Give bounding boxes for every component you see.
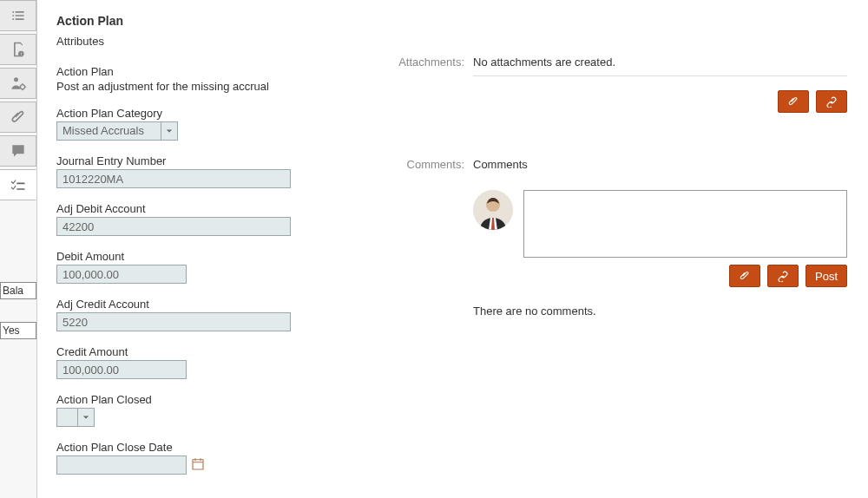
post-comment-button[interactable]: Post xyxy=(806,265,847,287)
category-field: Action Plan Category Missed Accruals xyxy=(56,107,352,141)
adj-debit-field: Adj Debit Account 42200 xyxy=(56,202,352,236)
category-dropdown-button[interactable] xyxy=(161,121,178,141)
right-column: Attachments: No attachments are created. xyxy=(386,35,847,488)
closed-dropdown-button[interactable] xyxy=(77,408,95,427)
background-label-yes: Yes xyxy=(0,322,36,339)
attachments-button-bar xyxy=(473,90,847,113)
tab-action-plan[interactable] xyxy=(0,169,36,200)
credit-amount-label: Credit Amount xyxy=(56,345,352,358)
chevron-down-icon xyxy=(82,414,89,421)
svg-point-3 xyxy=(20,85,24,89)
action-plan-page: i Bala Yes Action Plan Attributes Action… xyxy=(0,0,868,498)
comment-attach-file-button[interactable] xyxy=(729,265,760,287)
chevron-down-icon xyxy=(166,128,173,134)
tab-attachments[interactable] xyxy=(0,102,36,133)
comments-label: Comments: xyxy=(386,158,473,171)
svg-point-2 xyxy=(14,77,18,82)
close-date-label: Action Plan Close Date xyxy=(56,441,352,454)
adj-credit-field: Adj Credit Account 5220 xyxy=(56,298,352,331)
comment-editor xyxy=(473,190,847,258)
close-date-input[interactable] xyxy=(56,455,187,475)
tab-user-settings[interactable] xyxy=(0,68,36,99)
attachments-label: Attachments: xyxy=(386,56,473,69)
tab-list[interactable] xyxy=(0,0,36,31)
checklist-icon xyxy=(10,176,27,193)
speech-bubble-icon xyxy=(10,142,27,160)
category-value: Missed Accruals xyxy=(56,121,161,141)
attributes-subtitle: Attributes xyxy=(56,35,352,48)
tab-info[interactable]: i xyxy=(0,34,36,65)
left-tab-strip: i Bala Yes xyxy=(0,0,37,498)
action-plan-description: Post an adjustment for the missing accru… xyxy=(56,80,352,93)
avatar xyxy=(473,190,513,230)
paperclip-icon xyxy=(10,108,27,126)
list-icon xyxy=(10,7,27,24)
credit-amount-input[interactable]: 100,000.00 xyxy=(56,360,187,379)
paperclip-icon xyxy=(739,270,751,282)
attachments-empty-text: No attachments are created. xyxy=(473,56,847,76)
user-gear-icon xyxy=(10,75,27,92)
adj-debit-input[interactable]: 42200 xyxy=(56,217,291,236)
closed-select[interactable] xyxy=(56,408,95,427)
avatar-person-icon xyxy=(473,190,513,230)
journal-input[interactable]: 1012220MA xyxy=(56,169,291,188)
category-label: Action Plan Category xyxy=(56,107,352,120)
background-dropdown-overlap: Bala Yes xyxy=(0,282,36,362)
comments-heading: Comments xyxy=(473,158,847,176)
attachments-section: Attachments: No attachments are created. xyxy=(386,56,847,113)
adj-credit-label: Adj Credit Account xyxy=(56,298,352,311)
comments-section: Comments: Comments xyxy=(386,158,847,318)
attributes-column: Attributes Action Plan Post an adjustmen… xyxy=(56,35,352,488)
journal-label: Journal Entry Number xyxy=(56,154,352,167)
category-select[interactable]: Missed Accruals xyxy=(56,121,178,141)
comment-attach-link-button[interactable] xyxy=(767,265,799,287)
journal-field: Journal Entry Number 1012220MA xyxy=(56,154,352,188)
svg-text:i: i xyxy=(20,51,21,56)
main-panel: Action Plan Attributes Action Plan Post … xyxy=(37,0,868,498)
tab-comments[interactable] xyxy=(0,135,36,167)
attach-file-button[interactable] xyxy=(778,90,809,113)
credit-amount-field: Credit Amount 100,000.00 xyxy=(56,345,352,379)
background-label-balance: Bala xyxy=(0,282,36,299)
link-icon xyxy=(777,270,789,282)
section-title: Action Plan xyxy=(56,14,847,28)
action-plan-label: Action Plan xyxy=(56,65,352,78)
document-info-icon: i xyxy=(10,41,27,58)
action-plan-field: Action Plan Post an adjustment for the m… xyxy=(56,65,352,93)
paperclip-icon xyxy=(787,95,799,108)
comments-empty-text: There are no comments. xyxy=(473,305,847,318)
calendar-icon[interactable] xyxy=(190,456,206,475)
close-date-field: Action Plan Close Date xyxy=(56,441,352,475)
debit-amount-label: Debit Amount xyxy=(56,250,352,263)
adj-debit-label: Adj Debit Account xyxy=(56,202,352,215)
link-icon xyxy=(825,95,838,108)
debit-amount-input[interactable]: 100,000.00 xyxy=(56,265,187,284)
closed-label: Action Plan Closed xyxy=(56,393,352,406)
attach-link-button[interactable] xyxy=(816,90,847,113)
closed-value xyxy=(56,408,77,427)
closed-field: Action Plan Closed xyxy=(56,393,352,427)
comment-textarea[interactable] xyxy=(523,190,847,258)
adj-credit-input[interactable]: 5220 xyxy=(56,312,291,331)
comments-button-bar: Post xyxy=(473,265,847,287)
debit-amount-field: Debit Amount 100,000.00 xyxy=(56,250,352,284)
